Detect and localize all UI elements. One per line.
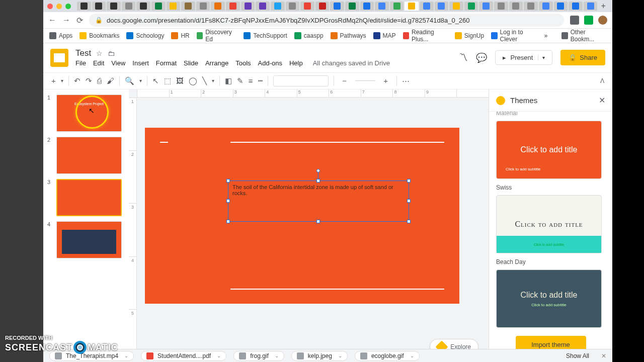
bookmark-item[interactable]: HR (171, 32, 189, 39)
rotation-handle[interactable] (316, 169, 320, 172)
chevron-down-icon[interactable]: ⌄ (410, 353, 414, 358)
paint-format-button[interactable]: 🖌 (107, 76, 114, 85)
theme-card-material[interactable]: Click to add title Click to add subtitle (496, 121, 602, 179)
selected-textbox[interactable]: The soil of the California intertidal zo… (228, 180, 409, 222)
browser-tab[interactable] (256, 2, 270, 11)
browser-tab[interactable] (390, 2, 404, 11)
menu-edit[interactable]: Edit (93, 59, 104, 67)
themes-body[interactable]: Material Click to add title Click to add… (489, 112, 612, 362)
textbox-content[interactable]: The soil of the California intertidal zo… (232, 184, 393, 196)
forward-button[interactable]: → (62, 16, 70, 25)
browser-tab[interactable] (122, 2, 136, 11)
browser-tab[interactable] (136, 2, 150, 11)
resize-handle[interactable] (226, 220, 230, 223)
image-tool[interactable]: 🖼 (176, 76, 184, 85)
browser-tab[interactable] (241, 2, 255, 11)
chevron-down-icon[interactable]: ⌄ (338, 353, 342, 358)
download-item[interactable]: ecoglobe.gif⌄ (355, 351, 420, 361)
bookmark-item[interactable]: SignUp (455, 32, 484, 39)
chevron-down-icon[interactable]: ⌄ (124, 353, 128, 358)
menu-file[interactable]: File (75, 59, 86, 67)
browser-tab[interactable] (196, 2, 210, 11)
browser-tab[interactable] (92, 2, 106, 11)
share-button[interactable]: 🔒 Share (560, 50, 605, 65)
resize-handle[interactable] (226, 179, 230, 183)
activity-icon[interactable]: 〽 (459, 52, 468, 63)
browser-tab[interactable] (420, 2, 434, 11)
redo-button[interactable]: ↷ (86, 76, 92, 85)
browser-tab[interactable] (554, 2, 568, 11)
back-button[interactable]: ← (48, 16, 56, 25)
menu-view[interactable]: View (111, 59, 125, 67)
browser-tab[interactable] (509, 2, 523, 11)
browser-tab[interactable] (107, 2, 121, 11)
browser-tab[interactable] (151, 2, 166, 11)
font-decrease-button[interactable]: − (339, 76, 350, 85)
slide-thumbnail[interactable] (56, 221, 122, 258)
browser-tab[interactable] (494, 2, 508, 11)
browser-tab[interactable] (539, 2, 553, 11)
new-slide-dropdown[interactable]: ▾ (61, 78, 63, 83)
move-icon[interactable]: 🗀 (108, 49, 115, 57)
browser-tab[interactable] (569, 2, 583, 11)
close-window-icon[interactable] (47, 4, 53, 9)
bookmark-item[interactable]: Schoology (126, 32, 164, 39)
browser-tab-active[interactable] (405, 2, 419, 11)
bookmark-overflow[interactable]: » (544, 32, 548, 39)
browser-tab[interactable] (464, 2, 478, 11)
new-slide-button[interactable]: + (51, 76, 56, 85)
reload-button[interactable]: ⟳ (76, 16, 83, 25)
bookmark-item[interactable]: MAP (373, 32, 396, 39)
browser-tab[interactable] (315, 2, 330, 11)
browser-tab[interactable] (345, 2, 359, 11)
theme-card-beach[interactable]: Click to add title Click to add subtitle (496, 269, 602, 328)
browser-tab[interactable] (167, 2, 181, 11)
font-size-input[interactable] (355, 80, 375, 81)
menu-tools[interactable]: Tools (235, 59, 251, 67)
browser-tab[interactable] (479, 2, 493, 11)
bookmark-item[interactable]: caaspp (294, 32, 324, 39)
select-tool[interactable]: ↖ (152, 76, 159, 85)
menu-arrange[interactable]: Arrange (205, 59, 228, 67)
browser-tab[interactable] (435, 2, 449, 11)
resize-handle[interactable] (226, 199, 230, 203)
resize-handle[interactable] (407, 179, 411, 183)
browser-tab[interactable] (449, 2, 463, 11)
undo-button[interactable]: ↶ (74, 76, 80, 85)
menu-format[interactable]: Format (156, 59, 177, 67)
browser-tab[interactable] (181, 2, 195, 11)
close-panel-button[interactable]: ✕ (599, 96, 605, 105)
apps-button[interactable]: Apps (49, 32, 72, 39)
zoom-dropdown[interactable]: ▾ (139, 78, 142, 83)
browser-tab[interactable] (360, 2, 374, 11)
bookmark-item[interactable]: TechSupport (244, 32, 287, 39)
slide-thumbnail-selected[interactable] (56, 179, 122, 216)
minimize-window-icon[interactable] (56, 4, 62, 9)
fill-color-button[interactable]: ◧ (225, 76, 232, 85)
menu-help[interactable]: Help (289, 59, 303, 67)
print-button[interactable]: ⎙ (97, 76, 102, 85)
border-weight-button[interactable]: ≡ (249, 76, 253, 85)
resize-handle[interactable] (407, 199, 411, 203)
resize-handle[interactable] (316, 220, 320, 223)
new-tab-button[interactable]: + (598, 1, 608, 11)
resize-handle[interactable] (407, 220, 411, 223)
browser-tab[interactable] (524, 2, 538, 11)
evernote-icon[interactable] (584, 16, 593, 25)
bookmark-item[interactable]: Pathways (331, 32, 366, 39)
download-item[interactable]: frog.gif⌄ (233, 351, 284, 361)
window-controls[interactable] (47, 4, 71, 9)
resize-handle[interactable] (316, 179, 320, 183)
browser-tab[interactable] (300, 2, 314, 11)
zoom-button[interactable]: 🔍 (125, 76, 134, 85)
slide-thumbnail-item[interactable]: 3 (47, 179, 125, 216)
menu-insert[interactable]: Insert (132, 59, 149, 67)
theme-card-swiss[interactable]: Click to add title Click to add subtitle (496, 195, 602, 253)
bookmark-item[interactable]: Reading Plus... (403, 29, 448, 43)
line-tool[interactable]: ╲ (202, 76, 207, 85)
chevron-down-icon[interactable]: ⌄ (217, 353, 221, 358)
present-button[interactable]: ▸ Present ▾ (495, 50, 552, 65)
font-selector[interactable] (273, 75, 329, 86)
comments-icon[interactable]: 💬 (476, 52, 487, 63)
document-title[interactable]: Test (75, 48, 91, 58)
